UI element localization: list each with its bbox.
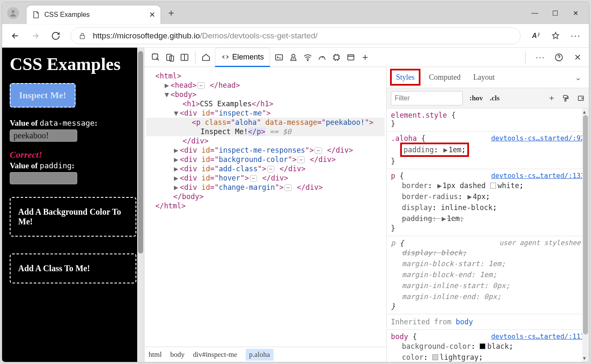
box-add-class[interactable]: Add A Class To Me! (10, 253, 136, 283)
source-link[interactable]: devtools-cs…started/:92 (491, 134, 585, 142)
devtools-menu-icon[interactable]: ··· (533, 50, 548, 65)
pin-panel-icon[interactable] (577, 94, 585, 102)
favorite-icon[interactable] (550, 30, 561, 41)
styles-scrollbar[interactable]: ▲ ▼ (582, 108, 589, 362)
source-link[interactable]: devtools-cs…tarted/:117 (491, 332, 585, 340)
inspect-me-box[interactable]: Inspect Me! (10, 83, 76, 108)
breadcrumbs[interactable]: html body div#inspect-me p.aloha (144, 347, 386, 362)
box-background-color[interactable]: Add A Background Color To Me! (10, 197, 136, 237)
url-field[interactable]: https://microsoftedge.github.io/Demos/de… (70, 27, 521, 44)
paint-icon[interactable] (562, 94, 569, 102)
page-heading: CSS Examples (10, 54, 136, 75)
source-link[interactable]: devtools-cs…tarted/:133 (491, 172, 585, 180)
forward-icon (30, 30, 41, 41)
minimize-icon[interactable]: — (531, 9, 539, 17)
svg-rect-1 (80, 35, 85, 39)
menu-icon[interactable]: ··· (570, 30, 581, 41)
url-host: https://microsoftedge.github.io (93, 31, 200, 40)
devtools-panel: Elements + ··· ✕ (144, 48, 589, 362)
crumb-html[interactable]: html (149, 351, 162, 359)
console-icon[interactable] (272, 50, 286, 65)
memory-icon[interactable] (329, 50, 344, 65)
rule-p-ua[interactable]: p { user agent stylesheet display: block… (387, 236, 589, 314)
hov-toggle[interactable]: :hov (469, 94, 483, 102)
url-path: /Demos/devtools-css-get-started/ (200, 31, 317, 40)
label-data-message: Value of data-message: (10, 119, 136, 128)
svg-point-0 (12, 10, 15, 13)
main-area: CSS Examples Inspect Me! Value of data-m… (2, 48, 589, 362)
title-bar: CSS Examples ✕ + — ☐ ✕ (2, 2, 589, 24)
maximize-icon[interactable]: ☐ (551, 9, 559, 17)
svg-rect-3 (167, 54, 171, 60)
value-data-message[interactable]: peekaboo! (10, 129, 77, 142)
svg-point-9 (307, 60, 308, 61)
svg-point-8 (292, 54, 295, 57)
value-padding[interactable] (10, 172, 77, 184)
svg-rect-10 (334, 55, 339, 59)
styles-panel: Styles Computed Layout ⌄ :hov .cls + (386, 67, 589, 362)
browser-window: CSS Examples ✕ + — ☐ ✕ https://microsoft… (2, 2, 589, 362)
close-tab-icon[interactable]: ✕ (149, 10, 155, 19)
devtools-toolbar: Elements + ··· ✕ (144, 48, 589, 67)
crumb-body[interactable]: body (170, 351, 184, 359)
rendered-page: CSS Examples Inspect Me! Value of data-m… (2, 48, 144, 362)
styles-filter-input[interactable] (391, 91, 463, 105)
dock-icon[interactable] (177, 50, 192, 65)
sources-icon[interactable] (286, 50, 301, 65)
inherited-from: Inherited from body (387, 314, 589, 330)
dom-panel: <html> ▶<head>⋯ </head> ▼<body> <h1>CSS … (144, 67, 386, 362)
svg-rect-14 (564, 95, 567, 98)
crumb-p[interactable]: p.aloha (246, 349, 274, 361)
browser-tab[interactable]: CSS Examples ✕ (27, 5, 160, 24)
reload-icon[interactable] (50, 30, 61, 41)
page-scrollbar[interactable] (137, 48, 144, 362)
new-tab-button[interactable]: + (163, 7, 180, 19)
network-icon[interactable] (301, 50, 315, 65)
help-icon[interactable] (552, 50, 566, 65)
close-window-icon[interactable]: ✕ (571, 9, 580, 17)
address-bar: https://microsoftedge.github.io/Demos/de… (2, 24, 589, 48)
label-padding: Value of padding: (10, 161, 136, 170)
tab-computed[interactable]: Computed (429, 73, 461, 82)
rule-p[interactable]: p { devtools-cs…tarted/:133 border: ▶1px… (387, 169, 589, 236)
profile-avatar[interactable] (7, 7, 19, 19)
close-devtools-icon[interactable]: ✕ (570, 50, 585, 65)
svg-rect-7 (276, 54, 283, 60)
style-rules[interactable]: element.style { } .aloha { devtools-cs…s… (387, 108, 589, 362)
rule-body[interactable]: body { devtools-cs…tarted/:117 backgroun… (387, 330, 589, 362)
styles-filter-bar: :hov .cls + (387, 88, 589, 108)
back-icon[interactable] (10, 30, 21, 41)
cls-toggle[interactable]: .cls (490, 94, 499, 102)
device-icon[interactable] (163, 50, 177, 65)
tab-layout[interactable]: Layout (473, 73, 495, 82)
crumb-div[interactable]: div#inspect-me (193, 351, 237, 359)
performance-icon[interactable] (315, 50, 329, 65)
styles-tabs: Styles Computed Layout ⌄ (387, 67, 589, 88)
new-rule-icon[interactable]: + (549, 93, 554, 104)
svg-rect-15 (565, 100, 566, 101)
rule-element-style[interactable]: element.style { } (387, 108, 589, 132)
application-icon[interactable] (344, 50, 358, 65)
page-icon (32, 11, 40, 19)
dom-tree[interactable]: <html> ▶<head>⋯ </head> ▼<body> <h1>CSS … (144, 67, 386, 347)
tab-styles[interactable]: Styles (394, 73, 416, 82)
tab-title: CSS Examples (44, 11, 90, 19)
more-tabs-icon[interactable]: + (358, 50, 372, 65)
welcome-icon[interactable] (199, 50, 213, 65)
tab-elements[interactable]: Elements (215, 48, 270, 67)
read-aloud-icon[interactable]: A⁾ (530, 30, 541, 41)
lock-icon (79, 32, 86, 40)
correct-label: Correct! (10, 149, 136, 160)
inspect-icon[interactable] (149, 50, 163, 65)
chevron-down-icon[interactable]: ⌄ (575, 73, 581, 82)
svg-rect-11 (348, 54, 354, 60)
rule-aloha[interactable]: .aloha { devtools-cs…started/:92 padding… (387, 132, 589, 169)
